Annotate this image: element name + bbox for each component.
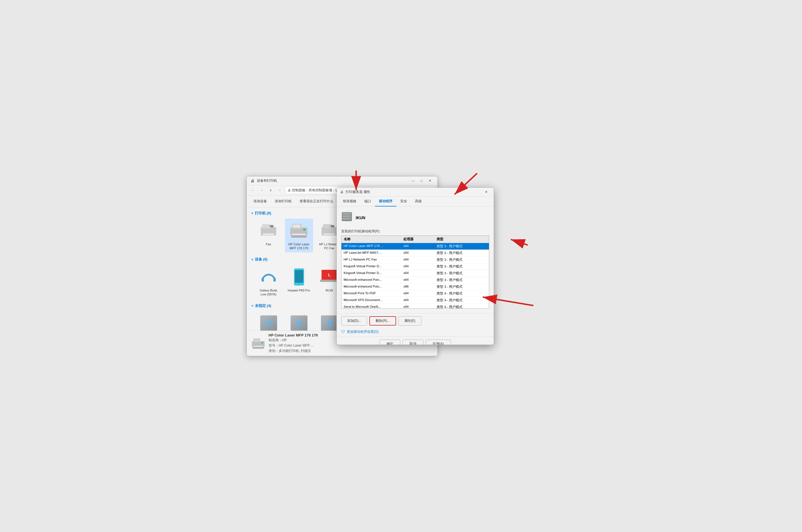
generic-icon-3 bbox=[321, 316, 338, 330]
change-driver-settings-link[interactable]: 🛡 更改驱动程序设置(G) bbox=[341, 329, 489, 334]
driver-type-6: 类型 3 - 用户模式 bbox=[437, 285, 486, 289]
svg-rect-9 bbox=[263, 233, 274, 235]
up-button[interactable]: ↑ bbox=[276, 186, 284, 194]
svg-rect-50 bbox=[253, 339, 260, 342]
settings-link-text: 更改驱动程序设置(G) bbox=[347, 329, 379, 334]
device-huawei[interactable]: Huawei P60 Pro bbox=[285, 265, 313, 299]
tab-advanced[interactable]: 高级 bbox=[411, 197, 426, 207]
driver-type-3: 类型 3 - 用户模式 bbox=[437, 264, 486, 269]
driver-list: 名称 处理器 类型 HP Color Laser MFP 178 ...x64类… bbox=[341, 235, 489, 309]
svg-rect-10 bbox=[270, 225, 273, 227]
svg-line-5 bbox=[511, 240, 528, 245]
driver-name-7: Microsoft Print To PDF bbox=[344, 291, 404, 296]
unknown-device-2[interactable] bbox=[285, 311, 313, 330]
driver-properties-button[interactable]: 属性(E) bbox=[398, 316, 421, 325]
maximize-button[interactable]: □ bbox=[418, 177, 426, 185]
driver-row-8[interactable]: Microsoft XPS Document...x64类型 4 - 用户模式 bbox=[342, 297, 489, 304]
dialog-close-button[interactable]: ✕ bbox=[482, 188, 490, 196]
tab-port[interactable]: 端口 bbox=[360, 197, 375, 207]
driver-row-6[interactable]: Microsoft enhanced Poin...x86类型 3 - 用户模式 bbox=[342, 284, 489, 290]
generic-icon-2 bbox=[291, 316, 307, 330]
view-printing-button[interactable]: 查看现在正在打印什么 bbox=[296, 197, 337, 205]
svg-rect-52 bbox=[252, 347, 264, 349]
device-galaxy-buds[interactable]: Galaxy Buds Live (997A) bbox=[254, 265, 283, 299]
tab-security[interactable]: 安全 bbox=[396, 197, 411, 207]
driver-name-9: Send to Microsoft OneN... bbox=[344, 305, 404, 309]
status-manufacturer: 制造商：HP bbox=[269, 338, 318, 343]
driver-row-7[interactable]: Microsoft Print To PDFx64类型 4 - 用户模式 bbox=[342, 290, 489, 297]
driver-type-7: 类型 4 - 用户模式 bbox=[437, 291, 486, 296]
close-button[interactable]: ✕ bbox=[426, 177, 434, 185]
driver-processor-8: x64 bbox=[403, 298, 437, 302]
status-device-name: HP Color Laser MFP 178 179 bbox=[269, 333, 318, 337]
driver-processor-1: x64 bbox=[403, 251, 437, 255]
svg-rect-8 bbox=[262, 224, 271, 228]
driver-row-0[interactable]: HP Color Laser MFP 178 ...x64类型 3 - 用户模式 bbox=[342, 243, 489, 250]
driver-row-5[interactable]: Microsoft enhanced Poin...x64类型 3 - 用户模式 bbox=[342, 277, 489, 284]
driver-name-1: HP LaserJet MFP M457-... bbox=[344, 251, 404, 255]
dialog-titlebar: 🖨 打印服务器 属性 ✕ bbox=[337, 188, 494, 197]
svg-rect-20 bbox=[331, 225, 334, 227]
drivers-label: 安装的打印机驱动程序(P): bbox=[341, 229, 489, 234]
main-titlebar: 🖨 设备和打印机 — □ ✕ bbox=[247, 176, 437, 185]
driver-processor-5: x64 bbox=[403, 278, 437, 282]
minimize-button[interactable]: — bbox=[409, 177, 417, 185]
server-icon bbox=[341, 211, 352, 225]
svg-point-59 bbox=[350, 215, 351, 216]
tab-paper[interactable]: 纸张规格 bbox=[339, 197, 360, 207]
driver-processor-7: x64 bbox=[403, 291, 437, 296]
status-info: HP Color Laser MFP 178 179 制造商：HP 型号：HP … bbox=[269, 333, 318, 353]
dialog-buttons-area: 添加(D)... 删除(R)... 属性(E) bbox=[337, 313, 494, 328]
breadcrumb-icon: 🖨 bbox=[287, 188, 291, 192]
phone-icon bbox=[293, 268, 305, 286]
add-driver-button[interactable]: 添加(D)... bbox=[341, 316, 367, 325]
add-device-button[interactable]: 添加设备 bbox=[250, 197, 270, 205]
hp-color-label: HP Color Laser MFP 178 179 bbox=[287, 242, 311, 250]
huawei-label: Huawei P60 Pro bbox=[288, 288, 310, 292]
svg-rect-30 bbox=[295, 270, 303, 283]
main-window-title: 设备和打印机 bbox=[257, 178, 277, 183]
device-fax[interactable]: Fax bbox=[254, 218, 283, 253]
svg-point-31 bbox=[298, 283, 300, 285]
breadcrumb-text2: 所有控制面板项 bbox=[309, 188, 332, 193]
driver-processor-2: x64 bbox=[403, 258, 437, 262]
driver-type-4: 类型 3 - 用户模式 bbox=[437, 271, 486, 276]
driver-row-9[interactable]: Send to Microsoft OneN...x64类型 4 - 用户模式 bbox=[342, 304, 489, 309]
unknown-device-1[interactable] bbox=[254, 311, 283, 330]
forward-button[interactable]: → bbox=[258, 186, 266, 194]
main-window-icon: 🖨 bbox=[250, 178, 254, 183]
add-printer-button[interactable]: 添加打印机 bbox=[271, 197, 295, 205]
driver-type-9: 类型 4 - 用户模式 bbox=[437, 305, 486, 309]
apply-button[interactable]: 应用(A) bbox=[426, 340, 451, 345]
driver-processor-6: x86 bbox=[403, 285, 437, 289]
server-svg-icon bbox=[341, 211, 352, 222]
driver-row-2[interactable]: HP LJ Network PC Faxx64类型 3 - 用户模式 bbox=[342, 256, 489, 263]
svg-rect-28 bbox=[273, 278, 276, 282]
window-controls: — □ ✕ bbox=[409, 177, 434, 185]
driver-row-1[interactable]: HP LaserJet MFP M457-...x64类型 3 - 用户模式 bbox=[342, 250, 489, 256]
tab-drivers[interactable]: 驱动程序 bbox=[375, 197, 396, 207]
status-model: 型号：HP Color Laser MFP ... bbox=[269, 343, 318, 348]
driver-name-0: HP Color Laser MFP 178 ... bbox=[344, 244, 404, 248]
driver-row-4[interactable]: Kingsoft Virtual Printer D...x64类型 3 - 用… bbox=[342, 270, 489, 277]
driver-processor-0: x64 bbox=[403, 244, 437, 248]
status-printer-icon bbox=[251, 337, 265, 349]
device-hp-color[interactable]: HP Color Laser MFP 178 179 bbox=[285, 218, 313, 253]
settings-link-icon: 🛡 bbox=[341, 329, 345, 334]
remove-driver-button[interactable]: 删除(R)... bbox=[369, 316, 396, 325]
driver-list-header: 名称 处理器 类型 bbox=[342, 236, 489, 243]
dialog-tabs: 纸张规格 端口 驱动程序 安全 高级 bbox=[337, 197, 494, 207]
cancel-button[interactable]: 取消 bbox=[403, 340, 423, 345]
driver-type-5: 类型 3 - 用户模式 bbox=[437, 278, 486, 282]
back-button[interactable]: ← bbox=[249, 186, 257, 194]
dialog-btn-group: 添加(D)... 删除(R)... 属性(E) bbox=[341, 316, 421, 325]
driver-row-3[interactable]: Kingsoft Virtual Printer D...x64类型 3 - 用… bbox=[342, 263, 489, 270]
ok-button[interactable]: 确定 bbox=[380, 340, 400, 345]
dialog-content: IKUN 安装的打印机驱动程序(P): 名称 处理器 类型 HP Color L… bbox=[337, 207, 494, 313]
driver-processor-3: x64 bbox=[403, 264, 437, 269]
driver-name-8: Microsoft XPS Document... bbox=[344, 298, 404, 302]
dropdown-button[interactable]: ∨ bbox=[267, 186, 275, 194]
status-device-icon bbox=[251, 336, 265, 350]
col-processor-header: 处理器 bbox=[403, 237, 437, 242]
driver-name-2: HP LJ Network PC Fax bbox=[344, 258, 404, 262]
